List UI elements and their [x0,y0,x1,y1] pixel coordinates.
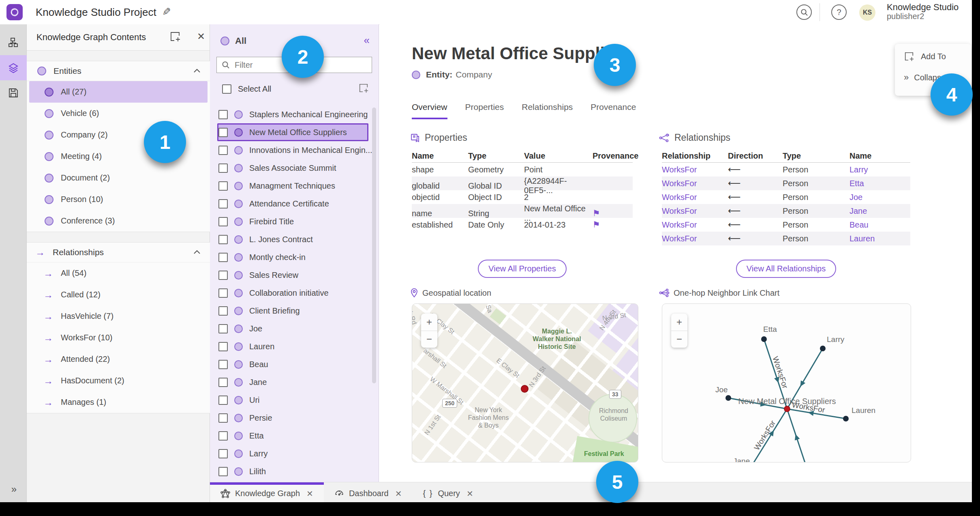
name-link[interactable]: Beau [849,220,910,230]
table-row[interactable]: globalidGlobal ID{A228944F-0EF5-... [412,176,633,190]
tab-overview[interactable]: Overview [412,102,447,119]
zoom-in-button[interactable]: + [421,314,437,331]
list-item[interactable]: Etta [217,427,368,445]
table-row[interactable]: nameStringNew Metal Office ...⚑ [412,204,633,218]
item-checkbox[interactable] [218,128,228,137]
sidebar-item-all[interactable]: All (27) [29,81,208,103]
list-item[interactable]: Larry [217,445,368,462]
list-item[interactable]: Uri [217,391,368,409]
chart-node-label[interactable]: Larry [827,335,845,344]
item-checkbox[interactable] [218,324,228,333]
chart-edge-arrow[interactable] [798,381,805,388]
name-link[interactable]: Larry [849,165,910,174]
tab-knowledge-graph[interactable]: Knowledge Graph✕ [210,482,324,502]
item-checkbox[interactable] [218,413,228,423]
chart-node-label[interactable]: Lauren [852,406,875,415]
layers-icon[interactable] [0,55,27,80]
chart-edge-label[interactable]: WorksFor [752,419,777,452]
sidebar-item-person[interactable]: Person (10) [29,189,208,210]
chart-node-label[interactable]: Jane [733,457,750,462]
user-avatar[interactable]: KS [859,4,875,21]
list-item[interactable]: Lilith [217,462,368,480]
item-checkbox[interactable] [218,271,228,280]
list-item[interactable]: Joe [217,320,368,338]
list-item[interactable]: Jane [217,373,368,391]
tab-relationships[interactable]: Relationships [522,102,573,119]
scrollbar-thumb[interactable] [372,108,376,383]
relationship-link[interactable]: WorksFor [662,206,728,216]
add-new-icon[interactable] [358,83,369,93]
link-chart-panel[interactable]: WorksForWorksForWorksForEttaLarryJoeLaur… [662,303,911,462]
relationship-link[interactable]: WorksFor [662,234,728,243]
list-item[interactable]: Collaboration initiative [217,284,368,302]
item-checkbox[interactable] [218,288,228,298]
close-tab-icon[interactable]: ✕ [306,489,313,499]
view-all-properties-button[interactable]: View All Properties [478,260,566,278]
help-button[interactable]: ? [831,4,847,20]
provenance-flag-icon[interactable]: ⚑ [593,209,633,218]
sidebar-item-attended[interactable]: →Attended (22) [29,348,208,370]
item-checkbox[interactable] [218,253,228,262]
relationship-link[interactable]: WorksFor [662,179,728,188]
tab-query[interactable]: { }Query✕ [412,482,484,502]
add-to-menu-item[interactable]: Add To [904,51,971,62]
rail-expand-icon[interactable]: » [0,484,27,495]
table-row[interactable]: WorksFor⟵PersonEtta [662,176,910,190]
item-checkbox[interactable] [218,217,228,226]
provenance-flag-icon[interactable]: ⚑ [593,220,633,230]
chart-node[interactable] [820,346,826,351]
list-item[interactable]: Sales Associate Summit [217,159,368,177]
name-link[interactable]: Jane [849,206,910,216]
table-row[interactable]: WorksFor⟵PersonLauren [662,232,910,245]
select-all-row[interactable]: Select All [222,84,372,94]
search-button[interactable] [796,4,812,20]
item-checkbox[interactable] [218,181,228,191]
chart-node[interactable] [761,336,767,342]
list-item[interactable]: Innovations in Mechanical Engin... [217,141,368,159]
item-checkbox[interactable] [218,146,228,155]
sidebar-item-conference[interactable]: Conference (3) [29,210,208,232]
user-block[interactable]: Knowledge Studio publisher2 [887,3,959,21]
chart-node-label[interactable]: Joe [715,385,728,394]
chart-edge[interactable] [787,409,810,462]
add-new-icon[interactable] [169,31,181,42]
item-checkbox[interactable] [218,110,228,119]
table-row[interactable]: WorksFor⟵PersonBeau [662,218,910,232]
chevron-up-icon[interactable] [194,69,200,73]
list-item[interactable]: Lauren [217,338,368,355]
item-checkbox[interactable] [218,235,228,244]
list-item[interactable]: Beau [217,355,368,373]
name-link[interactable]: Etta [849,179,910,188]
relationship-link[interactable]: WorksFor [662,220,728,230]
list-item[interactable]: Persie [217,409,368,427]
chart-center-node[interactable] [784,406,790,412]
list-item[interactable]: Firebird Title [217,213,368,230]
close-panel-icon[interactable]: ✕ [197,31,205,42]
list-item[interactable]: New Metal Office Suppliers [217,123,368,141]
view-all-relationships-button[interactable]: View All Relationships [736,260,836,278]
sidebar-item-vehicle[interactable]: Vehicle (6) [29,103,208,124]
tab-provenance[interactable]: Provenance [591,102,636,119]
collapse-panel-icon[interactable]: « [364,34,370,47]
list-item[interactable]: L. Jones Contract [217,230,368,248]
relationship-link[interactable]: WorksFor [662,165,728,174]
close-tab-icon[interactable]: ✕ [466,489,473,499]
item-checkbox[interactable] [218,431,228,441]
item-checkbox[interactable] [218,467,228,476]
item-checkbox[interactable] [218,378,228,387]
item-checkbox[interactable] [218,163,228,173]
tab-dashboard[interactable]: Dashboard✕ [324,482,413,502]
item-checkbox[interactable] [218,360,228,369]
list-item[interactable]: Managment Techniques [217,177,368,195]
name-link[interactable]: Joe [849,193,910,202]
sidebar-item-document[interactable]: Document (2) [29,167,208,189]
name-link[interactable]: Lauren [849,234,910,243]
item-checkbox[interactable] [218,396,228,405]
zoom-in-button[interactable]: + [671,314,687,331]
schema-icon[interactable] [0,30,27,55]
chart-node-label[interactable]: Etta [763,325,777,333]
select-all-checkbox[interactable] [222,84,231,94]
chart-node[interactable] [843,416,849,421]
zoom-out-button[interactable]: − [421,331,437,348]
item-checkbox[interactable] [218,342,228,351]
